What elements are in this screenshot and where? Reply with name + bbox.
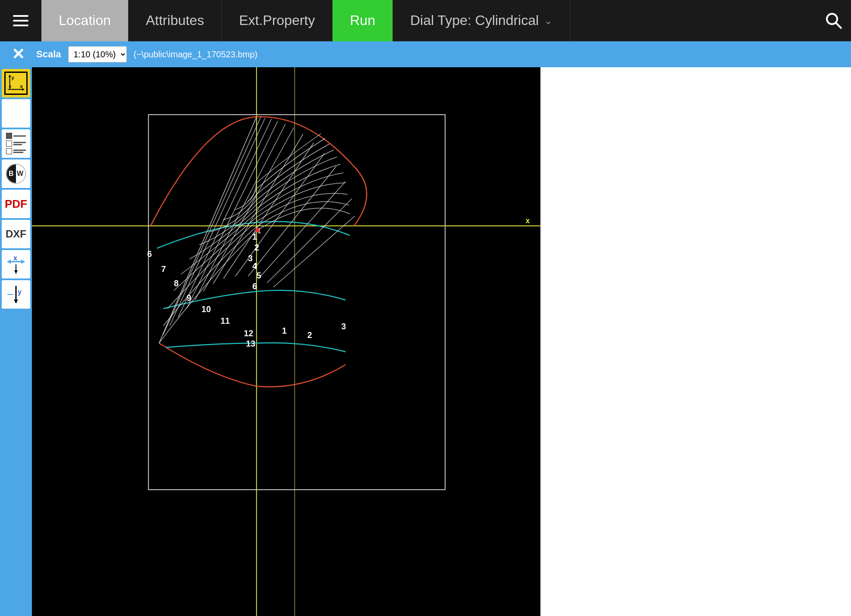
x-arrow-button[interactable]: x: [2, 250, 30, 278]
svg-text:6: 6: [147, 249, 152, 259]
svg-text:W: W: [17, 170, 24, 177]
svg-marker-14: [21, 260, 25, 264]
tab-dial-type[interactable]: Dial Type: Cylindrical ⌄: [393, 0, 570, 41]
menu-button[interactable]: [0, 0, 41, 41]
dxf-label: DXF: [6, 228, 26, 240]
svg-text:11: 11: [220, 316, 230, 325]
svg-marker-18: [14, 270, 18, 274]
svg-text:8: 8: [174, 278, 179, 288]
bw-button[interactable]: B W: [2, 159, 30, 188]
svg-text:4: 4: [252, 261, 257, 271]
tab-attributes[interactable]: Attributes: [129, 0, 222, 41]
svg-text:x: x: [20, 84, 23, 89]
svg-text:2: 2: [308, 330, 312, 340]
svg-marker-15: [7, 260, 11, 264]
svg-text:13: 13: [246, 339, 255, 348]
scala-label: Scala: [36, 49, 61, 60]
search-icon: [824, 11, 843, 30]
svg-text:2: 2: [254, 243, 259, 252]
chevron-down-icon: ⌄: [544, 15, 553, 27]
svg-text:5: 5: [257, 271, 261, 280]
dxf-button[interactable]: DXF: [2, 220, 30, 248]
bw-icon: B W: [5, 163, 27, 185]
tab-run[interactable]: Run: [333, 0, 393, 41]
svg-text:12: 12: [244, 328, 253, 338]
svg-text:3: 3: [341, 322, 346, 331]
file-path: (~\public\image_1_170523.bmp): [134, 50, 257, 59]
tab-location[interactable]: Location: [41, 0, 129, 41]
y-arrow-button[interactable]: y: [2, 280, 30, 309]
grid-button[interactable]: [2, 99, 30, 128]
coord-axes-button[interactable]: y x 0: [2, 69, 30, 97]
svg-text:x: x: [526, 216, 530, 225]
close-button[interactable]: ✕: [7, 43, 29, 66]
svg-text:7: 7: [161, 264, 166, 274]
svg-text:y: y: [11, 75, 14, 80]
svg-line-1: [836, 23, 842, 28]
right-panel: [540, 67, 851, 616]
coord-axes-icon: y x 0: [4, 72, 28, 95]
svg-text:x: x: [13, 254, 17, 262]
pdf-label: PDF: [5, 197, 27, 211]
x-arrow-icon: x: [4, 252, 28, 276]
svg-point-61: [255, 228, 260, 232]
svg-text:B: B: [9, 170, 14, 177]
axes-svg: y x 0: [6, 72, 26, 94]
scala-select[interactable]: 1:1 (100%) 1:2 (50%) 1:5 (20%) 1:10 (10%…: [68, 46, 127, 63]
svg-point-0: [827, 14, 837, 24]
canvas-svg: x: [32, 67, 540, 616]
main-area: y x 0: [0, 67, 851, 616]
svg-text:6: 6: [252, 281, 257, 291]
canvas-area[interactable]: x: [32, 67, 540, 616]
toolbar: ✕ Scala 1:1 (100%) 1:2 (50%) 1:5 (20%) 1…: [0, 41, 851, 67]
search-button[interactable]: [816, 0, 851, 41]
left-sidebar: y x 0: [0, 67, 32, 616]
svg-text:1: 1: [282, 326, 287, 335]
svg-text:10: 10: [201, 304, 211, 314]
list-icon: [6, 133, 26, 154]
grid-icon: [6, 104, 25, 123]
svg-text:y: y: [18, 288, 22, 296]
svg-text:9: 9: [187, 293, 192, 303]
svg-text:0: 0: [9, 84, 11, 89]
list-button[interactable]: [2, 129, 30, 158]
svg-marker-20: [14, 300, 18, 303]
svg-rect-23: [32, 67, 540, 616]
pdf-button[interactable]: PDF: [2, 190, 30, 218]
svg-marker-4: [9, 75, 11, 77]
svg-text:1: 1: [252, 232, 257, 241]
y-arrow-icon: y: [4, 282, 28, 306]
hamburger-icon: [13, 15, 28, 26]
tab-ext-property[interactable]: Ext.Property: [222, 0, 333, 41]
top-navigation: Location Attributes Ext.Property Run Dia…: [0, 0, 851, 41]
